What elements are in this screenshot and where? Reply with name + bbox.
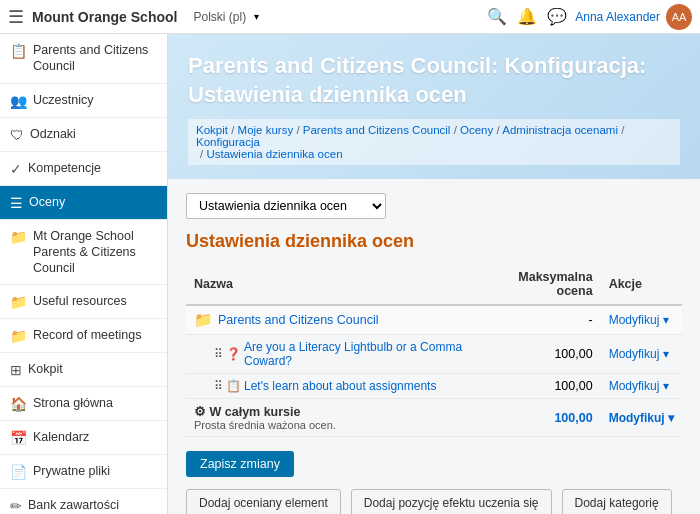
category-action: Modyfikuj ▾ (601, 305, 682, 335)
save-button[interactable]: Zapisz zmiany (186, 451, 294, 477)
sidebar-item-label: Mt Orange School Parents & Citizens Coun… (33, 228, 157, 277)
total-label-text: W całym kursie (209, 405, 300, 419)
main-layout: 📋 Parents and Citizens Council 👥 Uczestn… (0, 34, 700, 514)
total-name-cell: ⚙ W całym kursie Prosta średnia ważona o… (186, 399, 479, 437)
breadcrumb: Kokpit / Moje kursy / Parents and Citize… (188, 119, 680, 165)
total-sub-text: Prosta średnia ważona ocen. (194, 419, 471, 431)
sidebar-item-odznaki[interactable]: 🛡 Odznaki (0, 118, 167, 152)
sidebar-item-record-of-meetings[interactable]: 📁 Record of meetings (0, 319, 167, 353)
category-name-cell: 📁 Parents and Citizens Council (186, 305, 479, 335)
col-actions: Akcje (601, 264, 682, 305)
item-max-score: 100,00 (479, 335, 601, 374)
assign-icon: 📋 (226, 379, 241, 393)
total-max-score: 100,00 (479, 399, 601, 437)
page-title: Parents and Citizens Council: Konfigurac… (188, 52, 680, 109)
sidebar-item-label: Useful resources (33, 293, 127, 309)
action-buttons-row: Dodaj oceniany element Dodaj pozycję efe… (186, 489, 682, 514)
edit-icon: ✏ (10, 498, 22, 514)
user-name: Anna Alexander (575, 10, 660, 24)
sidebar-item-label: Odznaki (30, 126, 76, 142)
breadcrumb-moje-kursy[interactable]: Moje kursy (238, 124, 294, 136)
item-action: Modyfikuj ▾ (601, 335, 682, 374)
users-icon: 👥 (10, 93, 27, 109)
sidebar-item-parents-council[interactable]: 📋 Parents and Citizens Council (0, 34, 167, 84)
add-outcome-button[interactable]: Dodaj pozycję efektu uczenia się (351, 489, 552, 514)
bell-icon[interactable]: 🔔 (517, 7, 537, 26)
table-row: ⠿ ❓ Are you a Literacy Lightbulb or a Co… (186, 335, 682, 374)
quiz-icon: ❓ (226, 347, 241, 361)
add-item-button[interactable]: Dodaj oceniany element (186, 489, 341, 514)
drag-icon: ⠿ (214, 347, 223, 361)
col-max-score: Maksymalna ocena (479, 264, 601, 305)
grades-table: Nazwa Maksymalna ocena Akcje 📁 Parents a… (186, 264, 682, 437)
badge-icon: 🛡 (10, 127, 24, 143)
save-row: Zapisz zmiany (186, 451, 682, 477)
sidebar: 📋 Parents and Citizens Council 👥 Uczestn… (0, 34, 168, 514)
item-max-score: 100,00 (479, 374, 601, 399)
sidebar-item-label: Kalendarz (33, 429, 89, 445)
add-category-button[interactable]: Dodaj kategorię (562, 489, 672, 514)
sidebar-item-label: Kokpit (28, 361, 63, 377)
drag-icon: ⠿ (214, 379, 223, 393)
sidebar-item-bank-zawartosci[interactable]: ✏ Bank zawartości (0, 489, 167, 514)
item-name-cell: ⠿ ❓ Are you a Literacy Lightbulb or a Co… (186, 335, 479, 374)
content-header: Parents and Citizens Council: Konfigurac… (168, 34, 700, 179)
site-title: Mount Orange School (32, 9, 177, 25)
modify-button[interactable]: Modyfikuj ▾ (609, 313, 669, 327)
table-row: ⠿ 📋 Let's learn about about assignments … (186, 374, 682, 399)
breadcrumb-parents-council[interactable]: Parents and Citizens Council (303, 124, 451, 136)
modify-button[interactable]: Modyfikuj ▾ (609, 347, 669, 361)
breadcrumb-administracja[interactable]: Administracja ocenami (502, 124, 618, 136)
language-selector[interactable]: Polski (pl) (193, 10, 246, 24)
sidebar-item-label: Bank zawartości (28, 497, 119, 513)
sidebar-item-oceny[interactable]: ☰ Oceny (0, 186, 167, 220)
sidebar-item-kokpit[interactable]: ⊞ Kokpit (0, 353, 167, 387)
breadcrumb-ustawienia[interactable]: Ustawienia dziennika ocen (206, 148, 342, 160)
category-link[interactable]: Parents and Citizens Council (218, 313, 379, 327)
chevron-down-icon: ▾ (254, 11, 259, 22)
hamburger-icon[interactable]: ☰ (8, 6, 24, 28)
sidebar-item-kompetencje[interactable]: ✓ Kompetencje (0, 152, 167, 186)
category-max-score: - (479, 305, 601, 335)
sidebar-item-label: Record of meetings (33, 327, 141, 343)
sidebar-item-kalendarz[interactable]: 📅 Kalendarz (0, 421, 167, 455)
home-icon: 🏠 (10, 396, 27, 412)
sidebar-item-prywatne-pliki[interactable]: 📄 Prywatne pliki (0, 455, 167, 489)
file-icon: 📄 (10, 464, 27, 480)
sidebar-item-useful-resources[interactable]: 📁 Useful resources (0, 285, 167, 319)
main-content: Parents and Citizens Council: Konfigurac… (168, 34, 700, 514)
dashboard-icon: ⊞ (10, 362, 22, 378)
folder-icon: 📁 (10, 294, 27, 310)
item-link[interactable]: Let's learn about about assignments (244, 379, 436, 393)
item-link[interactable]: Are you a Literacy Lightbulb or a Comma … (244, 340, 471, 368)
clipboard-icon: 📋 (10, 43, 27, 59)
sidebar-item-label: Parents and Citizens Council (33, 42, 157, 75)
modify-button[interactable]: Modyfikuj ▾ (609, 411, 674, 425)
content-body: Ustawienia dziennika ocen Ustawienia dzi… (168, 179, 700, 514)
breadcrumb-kokpit[interactable]: Kokpit (196, 124, 228, 136)
total-icon: ⚙ (194, 405, 206, 419)
table-row: ⚙ W całym kursie Prosta średnia ważona o… (186, 399, 682, 437)
dropdown-row: Ustawienia dziennika ocen (186, 193, 682, 219)
table-row: 📁 Parents and Citizens Council - Modyfik… (186, 305, 682, 335)
chat-icon[interactable]: 💬 (547, 7, 567, 26)
breadcrumb-konfiguracja[interactable]: Konfiguracja (196, 136, 260, 148)
search-icon[interactable]: 🔍 (487, 7, 507, 26)
sidebar-item-mt-orange[interactable]: 📁 Mt Orange School Parents & Citizens Co… (0, 220, 167, 286)
breadcrumb-oceny[interactable]: Oceny (460, 124, 493, 136)
sidebar-item-label: Prywatne pliki (33, 463, 110, 479)
item-name-cell: ⠿ 📋 Let's learn about about assignments (186, 374, 479, 399)
sidebar-item-label: Strona główna (33, 395, 113, 411)
user-menu[interactable]: Anna Alexander AA (575, 4, 692, 30)
folder-icon: 📁 (10, 229, 27, 245)
sidebar-item-label: Kompetencje (28, 160, 101, 176)
sidebar-item-strona-glowna[interactable]: 🏠 Strona główna (0, 387, 167, 421)
view-dropdown[interactable]: Ustawienia dziennika ocen (186, 193, 386, 219)
sidebar-item-uczestnicy[interactable]: 👥 Uczestnicy (0, 84, 167, 118)
total-action: Modyfikuj ▾ (601, 399, 682, 437)
sidebar-item-label: Uczestnicy (33, 92, 93, 108)
check-icon: ✓ (10, 161, 22, 177)
modify-button[interactable]: Modyfikuj ▾ (609, 379, 669, 393)
grades-icon: ☰ (10, 195, 23, 211)
folder-icon: 📁 (194, 311, 213, 329)
